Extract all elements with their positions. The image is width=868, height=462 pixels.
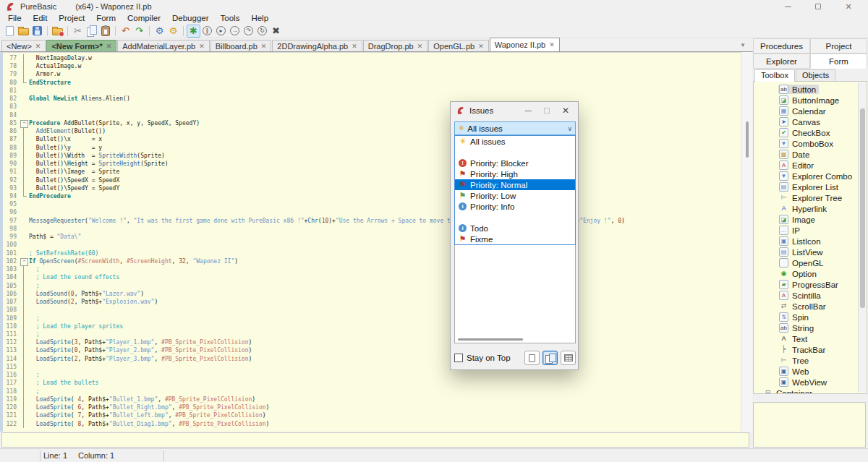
issues-filter-option-fixme[interactable]: ⚑Fixme — [455, 234, 575, 244]
code-line[interactable]: 104 ; Load the sound effects — [3, 273, 741, 281]
issues-filter-option-priority-blocker[interactable]: !Priority: Blocker — [455, 158, 575, 168]
fold-marker[interactable] — [19, 152, 29, 160]
close-tab-icon[interactable]: ✕ — [35, 43, 41, 50]
editor-scrollbar-thumb[interactable] — [746, 121, 749, 158]
fold-marker[interactable] — [19, 290, 29, 298]
code-line[interactable]: 78 ActualImage.w — [3, 62, 741, 70]
line-number[interactable]: 93 — [3, 184, 19, 192]
code-line[interactable]: 97MessageRequester("Welcome !", "It was … — [3, 217, 741, 225]
issues-hscrollbar-thumb[interactable] — [458, 338, 523, 341]
line-number[interactable]: 107 — [3, 298, 19, 306]
issues-horizontal-scrollbar[interactable] — [456, 337, 574, 341]
kill-program-icon[interactable]: ✖ — [269, 25, 283, 38]
code-line[interactable]: 94EndProcedure — [3, 192, 741, 200]
single-page-view-button[interactable] — [524, 351, 540, 365]
toolbox-item-image[interactable]: ◪Image — [754, 214, 867, 225]
code-line[interactable]: 88 Bullet()\y = y — [3, 144, 741, 152]
code-line[interactable]: 117 ; Load the bullets — [3, 379, 741, 387]
step-over-icon[interactable]: ↷ — [242, 25, 255, 38]
panel-tab-toolbox[interactable]: Toolbox — [754, 69, 795, 82]
menu-item-edit[interactable]: Edit — [27, 13, 54, 24]
code-line[interactable]: 109 ; — [3, 315, 741, 322]
undo-icon[interactable]: ↶ — [119, 25, 132, 38]
menu-item-project[interactable]: Project — [53, 13, 90, 24]
code-line[interactable]: 110 ; Load the player sprites — [3, 322, 741, 330]
fold-marker[interactable] — [19, 79, 29, 87]
line-number[interactable]: 120 — [3, 403, 19, 411]
close-tab-icon[interactable]: ✕ — [199, 43, 205, 50]
toolbox-scrollbar-thumb[interactable] — [860, 108, 865, 308]
line-number[interactable]: 94 — [3, 192, 19, 200]
line-number[interactable]: 92 — [3, 176, 19, 184]
line-number[interactable]: 115 — [3, 363, 19, 371]
fold-marker[interactable] — [19, 184, 29, 192]
code-line[interactable]: 90 Bullet()\Height = SpriteHeight(Sprite… — [3, 160, 741, 168]
code-line[interactable]: 107 LoadSound(2, Path$+"Explosion.wav") — [3, 298, 741, 306]
code-line[interactable]: 82Global NewList Aliens.Alien() — [3, 95, 741, 103]
paste-icon[interactable] — [98, 25, 112, 38]
editor-tab-2ddrawingalpha-pb[interactable]: 2DDrawingAlpha.pb✕ — [272, 40, 362, 51]
line-number[interactable]: 118 — [3, 388, 19, 395]
toolbox-item-listicon[interactable]: ▣ListIcon — [754, 236, 867, 247]
issues-filter-option-priority-low[interactable]: ⚑Priority: Low — [455, 190, 575, 201]
editor-tab-dragdrop-pb[interactable]: DragDrop.pb✕ — [363, 40, 428, 51]
fold-marker[interactable] — [19, 54, 29, 62]
line-number[interactable]: 85 — [3, 119, 19, 127]
fold-marker[interactable] — [19, 265, 29, 273]
fold-marker[interactable] — [19, 282, 29, 290]
menu-item-form[interactable]: Form — [90, 13, 122, 24]
fold-marker[interactable] — [19, 388, 29, 395]
issues-filter-combobox[interactable]: ✳ All issues ∨ — [454, 121, 576, 135]
code-line[interactable]: 91 Bullet()\Image = Sprite — [3, 168, 741, 176]
line-number[interactable]: 111 — [3, 330, 19, 338]
menu-item-tools[interactable]: Tools — [215, 13, 246, 24]
code-line[interactable]: 113 LoadSprite(0, Path$+"Player_2.bmp", … — [3, 346, 741, 354]
new-file-icon[interactable] — [3, 25, 17, 38]
fold-marker[interactable] — [19, 298, 29, 306]
redo-icon[interactable]: ↷ — [132, 25, 146, 38]
toolbox-item-opengl[interactable]: OpenGL — [754, 257, 867, 268]
split-view-button[interactable] — [542, 351, 558, 365]
line-number[interactable]: 90 — [3, 160, 19, 168]
line-number[interactable]: 87 — [3, 135, 19, 143]
toolbox-item-canvas[interactable]: ➤Canvas — [754, 116, 867, 127]
toolbox-item-ip[interactable]: …IP — [754, 225, 867, 236]
line-number[interactable]: 88 — [3, 144, 19, 152]
save-file-icon[interactable] — [30, 25, 44, 38]
step-icon[interactable]: → — [228, 25, 242, 38]
code-line[interactable]: 114 LoadSprite(2, Path$+"Player_3.bmp", … — [3, 355, 741, 363]
code-line[interactable]: 80EndStructure — [3, 79, 741, 87]
fold-marker[interactable] — [19, 135, 29, 143]
code-line[interactable]: 93 Bullet()\SpeedY = SpeedY — [3, 184, 741, 192]
close-button[interactable]: ✕ — [556, 102, 575, 119]
toolbox-item-spin[interactable]: ⇅Spin — [754, 312, 867, 322]
fold-marker[interactable] — [19, 127, 29, 135]
fold-marker[interactable] — [19, 371, 29, 379]
line-number[interactable]: 103 — [3, 265, 19, 273]
fold-marker[interactable] — [19, 257, 29, 265]
code-line[interactable]: 83 — [3, 103, 741, 111]
toolbox-item-listview[interactable]: ▤ListView — [754, 247, 867, 257]
editor-tab-addmateriallayer-pb[interactable]: AddMaterialLayer.pb✕ — [117, 40, 209, 51]
close-tab-icon[interactable]: ✕ — [417, 43, 423, 50]
line-number[interactable]: 101 — [3, 249, 19, 257]
code-line[interactable]: 112 LoadSprite(3, Path$+"Player_1.bmp", … — [3, 338, 741, 346]
fold-marker[interactable] — [19, 160, 29, 168]
line-number[interactable]: 91 — [3, 168, 19, 176]
line-number[interactable]: 109 — [3, 315, 19, 322]
issues-filter-option-priority-high[interactable]: ⚑Priority: High — [455, 168, 575, 179]
stay-on-top-checkbox[interactable] — [454, 354, 463, 362]
toolbox-item-container[interactable]: ⊟Container — [754, 388, 867, 394]
code-line[interactable]: 77 NextImageDelay.w — [3, 54, 741, 62]
line-number[interactable]: 122 — [3, 420, 19, 428]
code-line[interactable]: 121 LoadSprite( 7, Path$+"Bullet_Left.bm… — [3, 411, 741, 419]
fold-marker[interactable] — [19, 168, 29, 176]
minimize-button[interactable] — [773, 0, 803, 13]
panel-tab-explorer[interactable]: Explorer — [753, 54, 810, 69]
fold-marker[interactable] — [19, 346, 29, 354]
line-number[interactable]: 96 — [3, 208, 19, 216]
code-line[interactable]: 111 ; — [3, 330, 741, 338]
fold-marker[interactable] — [19, 62, 29, 70]
line-number[interactable]: 108 — [3, 306, 19, 314]
fold-marker[interactable] — [19, 411, 29, 419]
